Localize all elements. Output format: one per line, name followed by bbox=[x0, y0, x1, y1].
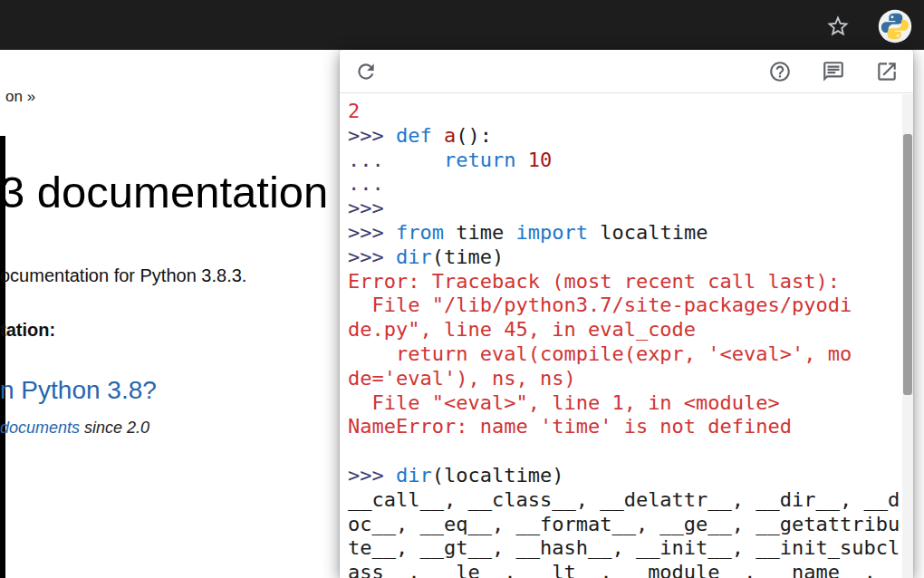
console-token: (time) bbox=[432, 246, 504, 268]
console-line: de.py", line 45, in eval_code bbox=[348, 318, 902, 342]
console-token: a bbox=[444, 124, 456, 147]
changelog-link[interactable]: documents bbox=[0, 419, 80, 437]
console-token: oc__, __eq__, __format__, __ge__, __geta… bbox=[348, 513, 900, 535]
console-token bbox=[384, 149, 444, 171]
help-icon bbox=[768, 60, 792, 83]
open-in-new-icon bbox=[875, 60, 899, 83]
breadcrumb[interactable]: on » bbox=[5, 88, 35, 106]
bookmark-star-button[interactable] bbox=[824, 13, 852, 40]
python-console[interactable]: 2>>> def a():... return 10...>>>>>> from… bbox=[340, 94, 902, 578]
console-token: dir bbox=[396, 246, 432, 268]
console-token: NameError: name 'time' is not defined bbox=[348, 415, 792, 438]
section-label: tation: bbox=[0, 320, 55, 341]
console-token: >>> bbox=[348, 246, 396, 268]
popup-scrollbar[interactable] bbox=[902, 94, 913, 578]
console-token: de='eval'), ns, ns) bbox=[348, 367, 576, 390]
console-line: File "/lib/python3.7/site-packages/pyodi bbox=[348, 294, 902, 318]
console-token: 2 bbox=[348, 100, 360, 122]
console-line: >>> def a(): bbox=[348, 124, 902, 149]
console-line: File "<eval>", line 1, in <module> bbox=[348, 391, 902, 416]
console-token: File "<eval>", line 1, in <module> bbox=[348, 391, 780, 414]
console-token: >>> bbox=[348, 464, 396, 486]
changelog-suffix: since 2.0 bbox=[80, 419, 149, 437]
changelog-line: documents since 2.0 bbox=[0, 419, 149, 438]
console-line: ... return 10 bbox=[348, 149, 902, 173]
console-token: >>> bbox=[348, 221, 396, 244]
console-token: ass__, __le__, __lt__, __module__, __nam… bbox=[348, 561, 876, 578]
console-line: >>> from time import localtime bbox=[348, 221, 902, 246]
console-line: Error: Traceback (most recent call last)… bbox=[348, 270, 902, 294]
console-token: time bbox=[444, 221, 515, 244]
console-token: Error: Traceback (most recent call last)… bbox=[348, 270, 840, 293]
scrollbar-thumb[interactable] bbox=[903, 134, 912, 395]
popup-toolbar-actions bbox=[768, 60, 899, 83]
console-token: (): bbox=[456, 124, 492, 147]
console-token: 10 bbox=[528, 149, 553, 171]
console-line: NameError: name 'time' is not defined bbox=[348, 415, 902, 439]
open-window-button[interactable] bbox=[875, 60, 899, 83]
console-line: >>> dir(localtime) bbox=[348, 464, 902, 488]
extension-popup: 2>>> def a():... return 10...>>>>>> from… bbox=[340, 50, 913, 578]
console-line: ... bbox=[348, 172, 902, 197]
console-token: localtime bbox=[588, 221, 707, 244]
console-token: return eval(compile(expr, '<eval>', mo bbox=[348, 342, 852, 365]
console-line: >>> bbox=[348, 197, 902, 221]
whats-new-link[interactable]: n Python 3.8? bbox=[0, 376, 157, 405]
reload-icon bbox=[354, 60, 378, 83]
reload-button[interactable] bbox=[354, 60, 378, 83]
console-token bbox=[432, 124, 444, 147]
console-token: File "/lib/python3.7/site-packages/pyodi bbox=[348, 294, 852, 316]
star-icon bbox=[825, 14, 851, 39]
console-token: >>> bbox=[348, 197, 384, 219]
console-line: de='eval'), ns, ns) bbox=[348, 367, 902, 391]
console-line: te__, __gt__, __hash__, __init__, __init… bbox=[348, 536, 902, 561]
comment-icon bbox=[822, 60, 845, 83]
browser-toolbar bbox=[0, 0, 924, 50]
console-token: def bbox=[396, 124, 432, 147]
console-line: ass__, __le__, __lt__, __module__, __nam… bbox=[348, 561, 902, 578]
console-token: from bbox=[396, 221, 444, 244]
console-line: return eval(compile(expr, '<eval>', mo bbox=[348, 342, 902, 367]
console-line: 2 bbox=[348, 100, 902, 124]
help-button[interactable] bbox=[768, 60, 792, 83]
intro-text: ocumentation for Python 3.8.3. bbox=[0, 265, 246, 286]
console-line: oc__, __eq__, __format__, __ge__, __geta… bbox=[348, 513, 902, 537]
console-token bbox=[515, 149, 527, 171]
console-token: te__, __gt__, __hash__, __init__, __init… bbox=[348, 536, 900, 559]
console-token: (localtime) bbox=[432, 464, 564, 486]
python-logo-icon bbox=[878, 9, 912, 43]
popup-toolbar bbox=[340, 50, 913, 93]
console-token: dir bbox=[396, 464, 432, 486]
feedback-button[interactable] bbox=[822, 60, 845, 83]
console-line bbox=[348, 439, 902, 464]
console-line: __call__, __class__, __delattr__, __dir_… bbox=[348, 488, 902, 513]
python-extension-button[interactable] bbox=[878, 9, 912, 43]
console-line: >>> dir(time) bbox=[348, 246, 902, 270]
console-token: ... bbox=[348, 149, 384, 171]
console-token: >>> bbox=[348, 124, 396, 147]
console-token: ... bbox=[348, 172, 384, 195]
console-token: __call__, __class__, __delattr__, __dir_… bbox=[348, 488, 900, 511]
console-token: import bbox=[515, 221, 587, 244]
console-token: de.py", line 45, in eval_code bbox=[348, 318, 696, 341]
page-title: 3 documentation bbox=[0, 170, 328, 215]
console-token: return bbox=[444, 149, 515, 171]
